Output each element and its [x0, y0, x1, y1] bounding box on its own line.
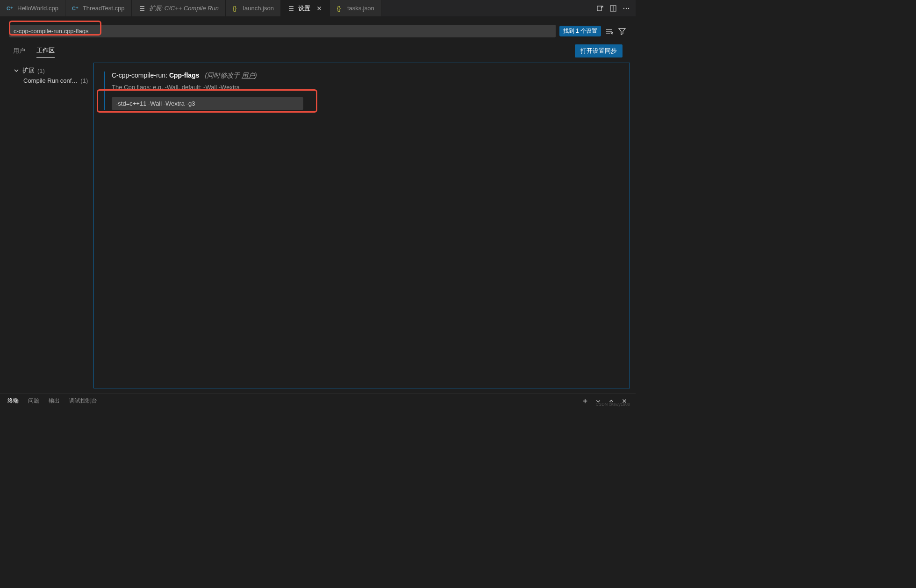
svg-point-17: [628, 7, 629, 8]
setting-meta-link[interactable]: 用户: [242, 72, 255, 79]
editor-tabs-bar: C⁺ HelloWorld.cpp C⁺ ThreadTest.cpp 扩展: …: [0, 0, 636, 16]
settings-toc-sidebar: 扩展 (1) Compile Run conf… (1): [0, 59, 93, 392]
tab-tasks-json[interactable]: {} tasks.json: [330, 0, 381, 16]
svg-rect-12: [597, 6, 601, 11]
search-input-value: c-cpp-compile-run.cpp-flags: [14, 28, 88, 35]
tabs-spacer: [381, 0, 591, 16]
open-file-icon[interactable]: [596, 5, 604, 12]
json-file-icon: {}: [336, 5, 344, 12]
scope-tab-user[interactable]: 用户: [13, 44, 25, 58]
watermark-text: CSDN @awy1988: [596, 402, 630, 407]
settings-content: C-cpp-compile-run: Cpp-flags (同时修改于 用户) …: [93, 63, 630, 388]
svg-text:C⁺: C⁺: [7, 6, 13, 11]
settings-search-input[interactable]: c-cpp-compile-run.cpp-flags: [9, 25, 556, 37]
settings-scope-row: 用户 工作区 打开设置同步: [0, 43, 636, 59]
chevron-down-icon: [13, 67, 20, 74]
tab-label: 扩展: C/C++ Compile Run: [149, 4, 219, 13]
tab-label: tasks.json: [347, 5, 374, 12]
panel-tab-debug-console[interactable]: 调试控制台: [69, 394, 97, 408]
setting-cpp-flags: C-cpp-compile-run: Cpp-flags (同时修改于 用户) …: [104, 72, 622, 110]
svg-text:{}: {}: [337, 5, 341, 12]
svg-point-16: [626, 7, 627, 8]
scope-tab-workspace[interactable]: 工作区: [36, 43, 55, 58]
toc-category-label: 扩展: [22, 66, 35, 75]
search-result-count-badge: 找到 1 个设置: [559, 26, 601, 36]
setting-title-prefix: C-cpp-compile-run:: [112, 72, 167, 79]
setting-value-text: -std=c++11 -Wall -Wextra -g3: [116, 100, 195, 107]
tab-label: 设置: [298, 4, 310, 13]
tab-label: HelloWorld.cpp: [17, 5, 58, 12]
tab-label: ThreadTest.cpp: [83, 5, 125, 12]
svg-text:{}: {}: [233, 5, 236, 12]
panel-tab-terminal[interactable]: 终端: [7, 394, 19, 408]
svg-point-15: [623, 7, 624, 8]
svg-text:C⁺: C⁺: [72, 6, 79, 11]
settings-search-row: c-cpp-compile-run.cpp-flags 找到 1 个设置: [0, 16, 636, 43]
tabs-actions: [591, 0, 636, 16]
panel-tab-output[interactable]: 输出: [49, 394, 60, 408]
split-editor-icon[interactable]: [609, 5, 617, 12]
list-icon: [138, 5, 146, 12]
setting-meta-suffix: ): [255, 72, 257, 79]
bottom-panel-bar: 终端 问题 输出 调试控制台: [0, 394, 636, 408]
more-icon[interactable]: [623, 5, 630, 12]
settings-main-layout: 扩展 (1) Compile Run conf… (1) C-cpp-compi…: [0, 59, 636, 392]
tab-threadtest[interactable]: C⁺ ThreadTest.cpp: [65, 0, 132, 16]
cpp-file-icon: C⁺: [7, 5, 14, 12]
setting-description: The Cpp flags: e.g. -Wall. default: -Wal…: [112, 84, 622, 91]
filter-icon[interactable]: [618, 27, 626, 36]
setting-value-input[interactable]: -std=c++11 -Wall -Wextra -g3: [112, 97, 303, 110]
setting-title: C-cpp-compile-run: Cpp-flags (同时修改于 用户): [112, 72, 622, 80]
tab-settings[interactable]: 设置: [281, 0, 330, 16]
toc-item-count: (1): [80, 77, 88, 84]
json-file-icon: {}: [232, 5, 240, 12]
open-settings-sync-button[interactable]: 打开设置同步: [575, 44, 623, 57]
setting-meta-prefix: (同时修改于: [205, 72, 242, 79]
panel-tab-problems[interactable]: 问题: [28, 394, 39, 408]
cpp-file-icon: C⁺: [72, 5, 79, 12]
toc-category-extensions[interactable]: 扩展 (1): [13, 65, 93, 76]
clear-search-icon[interactable]: [605, 27, 613, 36]
toc-item-label: Compile Run conf…: [23, 77, 78, 84]
tab-helloworld[interactable]: C⁺ HelloWorld.cpp: [0, 0, 65, 16]
search-actions: [605, 27, 626, 36]
tab-launch-json[interactable]: {} launch.json: [226, 0, 281, 16]
tab-label: launch.json: [243, 5, 274, 12]
settings-list-icon: [287, 5, 295, 12]
setting-title-name: Cpp-flags: [169, 72, 200, 79]
tab-extension[interactable]: 扩展: C/C++ Compile Run: [132, 0, 226, 16]
toc-category-count: (1): [37, 67, 45, 74]
toc-item-compile-run[interactable]: Compile Run conf… (1): [13, 76, 93, 86]
setting-modified-meta: (同时修改于 用户): [205, 72, 257, 79]
new-terminal-icon[interactable]: [581, 397, 589, 405]
close-icon[interactable]: [315, 5, 323, 12]
